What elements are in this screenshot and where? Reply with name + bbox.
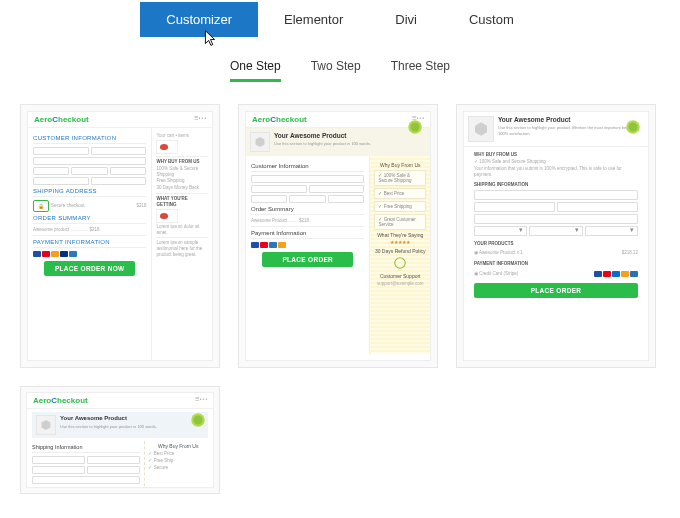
brand-logo: AeroCheckout <box>33 396 88 405</box>
subtab-two-step[interactable]: Two Step <box>311 59 361 82</box>
product-price: $218.12 <box>622 250 638 256</box>
side-why-buy: Why Buy From Us <box>374 162 426 168</box>
svg-point-6 <box>194 416 203 425</box>
svg-point-4 <box>629 123 638 132</box>
side-testimonials: What They're Saying <box>374 232 426 238</box>
cursor-pointer-icon <box>199 28 221 50</box>
brand-logo: AeroCheckout <box>34 115 89 124</box>
product-thumb <box>156 140 178 154</box>
product-thumb <box>156 209 178 223</box>
side-support: Customer Support <box>374 273 426 279</box>
product-title: Your Awesome Product <box>274 132 426 140</box>
guarantee-badge-icon <box>189 411 207 429</box>
tab-label: Elementor <box>284 12 343 27</box>
street-field <box>474 214 638 224</box>
side-why-buy: Why Buy From Us <box>148 443 208 449</box>
template-card[interactable]: AeroCheckout ☰ • • • CUSTOMER INFORMATIO… <box>20 104 220 368</box>
product-title: Your Awesome Product <box>60 415 204 423</box>
template-preview: AeroCheckout ☰ • • • Your Awesome Produc… <box>26 392 214 488</box>
section-shipping-info: Shipping Information <box>32 444 140 453</box>
template-preview: AeroCheckout ☰ • • • CUSTOMER INFORMATIO… <box>27 111 213 361</box>
tab-label: Customizer <box>166 12 232 27</box>
last-name-field <box>557 202 638 212</box>
svg-point-2 <box>395 258 406 269</box>
subtab-three-step[interactable]: Three Step <box>391 59 450 82</box>
payment-icons <box>251 242 364 248</box>
state-select <box>585 226 638 236</box>
section-shipping-info: SHIPPING INFORMATION <box>474 182 638 188</box>
side-why-buy: WHY BUY FROM US <box>156 159 208 165</box>
template-preview: Your Awesome ProductUse this section to … <box>463 111 649 361</box>
brand-logo: AeroCheckout <box>252 115 307 124</box>
tab-label: Custom <box>469 12 514 27</box>
guarantee-badge-icon <box>406 118 424 136</box>
guarantee-badge-icon <box>624 118 642 136</box>
template-card[interactable]: Your Awesome ProductUse this section to … <box>456 104 656 368</box>
preview-header: AeroCheckout ☰ • • • <box>28 112 212 128</box>
place-order-button: PLACE ORDER <box>262 252 353 267</box>
section-payment-info: Payment Information <box>251 230 364 239</box>
section-customer-info: CUSTOMER INFORMATION <box>33 135 146 144</box>
subtab-one-step[interactable]: One Step <box>230 59 281 82</box>
product-image <box>468 116 494 142</box>
preview-header: AeroCheckout ☰ • • • <box>27 393 213 409</box>
template-grid: AeroCheckout ☰ • • • CUSTOMER INFORMATIO… <box>0 82 680 504</box>
section-order-summary: ORDER SUMMARY <box>33 215 146 224</box>
section-order-summary: Order Summary <box>251 206 364 215</box>
country-select <box>529 226 582 236</box>
template-card[interactable]: AeroCheckout ☰ • • • Your Awesome Produc… <box>20 386 220 494</box>
city-select <box>474 226 527 236</box>
payment-icons <box>33 251 146 257</box>
template-card[interactable]: AeroCheckout ☰ • • • Your Awesome Produc… <box>238 104 438 368</box>
product-title: Your Awesome Product <box>498 116 644 124</box>
first-name-field <box>474 202 555 212</box>
section-payment-info: PAYMENT INFORMATION <box>474 261 638 267</box>
product-image <box>36 415 56 435</box>
place-order-button: PLACE ORDER <box>474 283 638 298</box>
template-preview: AeroCheckout ☰ • • • Your Awesome Produc… <box>245 111 431 361</box>
preview-header: AeroCheckout ☰ • • • <box>246 112 430 128</box>
section-payment-info: PAYMENT INFORMATION <box>33 239 146 248</box>
place-order-button: PLACE ORDER NOW <box>44 261 135 276</box>
tab-label: Divi <box>395 12 417 27</box>
tab-elementor[interactable]: Elementor <box>258 2 369 37</box>
tab-customizer[interactable]: Customizer <box>140 2 258 37</box>
section-customer-info: Customer Information <box>251 163 364 172</box>
side-what-getting: WHAT YOU'RE GETTING <box>156 196 208 208</box>
section-shipping-address: SHIPPING ADDRESS <box>33 188 146 197</box>
tab-custom[interactable]: Custom <box>443 2 540 37</box>
section-why-buy: WHY BUY FROM US <box>474 152 638 158</box>
side-refund: 30 Days Refund Policy <box>374 248 426 254</box>
editor-tabs: Customizer Elementor Divi Custom <box>0 2 680 37</box>
tab-divi[interactable]: Divi <box>369 2 443 37</box>
svg-point-1 <box>411 123 420 132</box>
section-your-products: YOUR PRODUCTS <box>474 241 638 247</box>
product-image <box>250 132 270 152</box>
payment-icons <box>594 271 638 277</box>
step-subtabs: One Step Two Step Three Step <box>0 59 680 82</box>
email-field <box>474 190 638 200</box>
